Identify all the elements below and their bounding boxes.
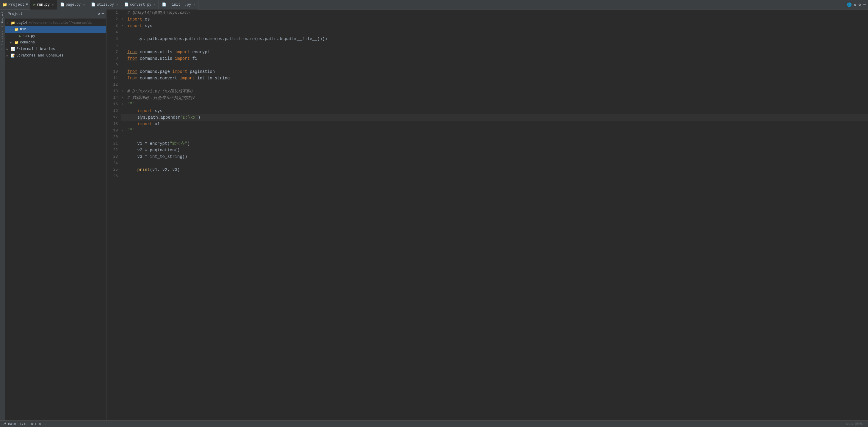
folder-icon-bin: 📁 [14,27,19,32]
line-num-3: 3 [106,23,121,29]
tree-item-external-libs[interactable]: ▶ 📊 External Libraries [5,46,106,52]
editor-tabs: ▶ run.py ✕ 📄 page.py ✕ 📄 utils.py ✕ 📄 co… [30,0,844,9]
tab-page-py[interactable]: 📄 page.py ✕ [57,0,88,9]
tree-arrow-commons: ▶ [10,41,14,44]
project-panel-header: Project ⚙ — [5,9,106,19]
code-line-3: 3 ▾ import sys [106,23,868,29]
code-line-22: 22 v2 = pagination() [106,147,868,154]
code-content-25: print(v1, v2, v3) [126,166,868,173]
project-folder-icon: 📁 [2,2,7,7]
tab-convert-py-icon: 📄 [124,2,129,7]
tab-page-py-close[interactable]: ✕ [83,3,85,6]
tab-convert-py-label: convert.py [130,3,151,7]
sidebar-icon-project[interactable]: 1: Project [0,11,5,29]
code-line-2: 2 ▾ import os [106,16,868,23]
tab-init-py-close[interactable]: ✕ [193,3,195,6]
tab-convert-py-close[interactable]: ✕ [154,3,156,6]
fold-2[interactable]: ▾ [121,16,126,23]
line-num-14: 14 [106,95,121,101]
tree-item-day14[interactable]: ▾ 📁 day14 ~/PycharmProjects/luffyCourse/… [5,20,106,26]
tab-utils-py[interactable]: 📄 utils.py ✕ [88,0,121,9]
tab-run-py-label: run.py [37,3,50,7]
project-menu[interactable]: 📁 Project ▼ [2,2,28,7]
tab-run-py-icon: ▶ [33,2,35,7]
code-content-7: from commons.utils import encrypt [126,49,868,55]
code-line-24: 24 [106,160,868,166]
swap-icon[interactable]: ⇅ [854,2,857,7]
code-line-10: 10 from commons.page import pagination [106,68,868,75]
line-num-25: 25 [106,166,121,173]
line-num-23: 23 [106,154,121,160]
tab-init-py-label: __init__.py [167,3,191,7]
minimize-icon[interactable]: — [863,2,866,7]
title-bar: 📁 Project ▼ ▶ run.py ✕ 📄 page.py ✕ 📄 uti… [0,0,868,9]
project-label: Project [8,2,25,7]
line-num-11: 11 [106,75,121,81]
panel-gear-icon[interactable]: ⚙ [98,11,100,16]
globe-icon[interactable]: 🌐 [847,2,851,7]
tree-label-day14: day14 [17,21,27,25]
project-panel: Project ⚙ — ▾ 📁 day14 ~/PycharmProjects/… [5,9,106,421]
code-content-22: v2 = pagination() [126,147,868,154]
fold-3[interactable]: ▾ [121,23,126,29]
tree-label-run-py: run.py [22,34,35,38]
tree-item-scratches[interactable]: ▶ 📝 Scratches and Consoles [5,52,106,59]
tree-arrow-day14: ▾ [6,22,10,25]
code-content-18: import x1 [126,121,868,127]
project-tree: ▾ 📁 day14 ~/PycharmProjects/luffyCourse/… [5,19,106,421]
fold-14[interactable]: ▾ [121,95,126,101]
code-line-13: 13 ▾ # D:/xx/x1.py (xx模块找不到) [106,88,868,95]
tree-label-bin: bin [20,27,27,32]
status-bar: ⎇ main 17:8 UTF-8 LF CSDN @新林白 [0,421,868,427]
code-content-23: v3 = int_to_string() [126,154,868,160]
tree-item-commons[interactable]: ▶ 📁 commons [5,39,106,46]
sidebar-icon-structure[interactable]: 2: Structure [0,32,5,50]
code-content-5: sys.path.append(os.path.dirname(os.path.… [126,36,868,42]
code-editor[interactable]: 1 # 将day14目录加入到sys.path 2 ▾ import os 3 … [106,9,868,421]
line-num-18: 18 [106,121,121,127]
line-num-9: 9 [106,62,121,68]
py-run-icon: ▶ [19,34,21,38]
code-content-8: from commons.utils import f1 [126,55,868,62]
fold-13[interactable]: ▾ [121,88,126,95]
code-line-21: 21 v1 = encrypt("武沛齐") [106,140,868,147]
fold-15[interactable]: ▾ [121,101,126,108]
tab-utils-py-close[interactable]: ✕ [116,3,118,6]
line-num-26: 26 [106,173,121,179]
line-num-21: 21 [106,140,121,147]
line-num-4: 4 [106,29,121,36]
fold-19[interactable]: ▾ [121,127,126,134]
code-content-13: # D:/xx/x1.py (xx模块找不到) [126,88,868,95]
tab-run-py-close[interactable]: ✕ [52,3,54,6]
code-line-19: 19 ▾ """ [106,127,868,134]
code-line-17: 17 sys.path.append(r"D:\xx") [106,114,868,121]
line-num-20: 20 [106,134,121,140]
line-num-8: 8 [106,55,121,62]
tab-run-py[interactable]: ▶ run.py ✕ [30,0,57,9]
tab-convert-py[interactable]: 📄 convert.py ✕ [121,0,159,9]
tree-item-run-py[interactable]: ▶ run.py [5,33,106,39]
code-content-21: v1 = encrypt("武沛齐") [126,140,868,147]
line-num-24: 24 [106,160,121,166]
tree-arrow-scratches: ▶ [6,54,10,57]
line-num-16: 16 [106,108,121,114]
code-content-17: sys.path.append(r"D:\xx") [126,114,868,121]
panel-close-icon[interactable]: — [102,11,104,16]
code-line-6: 6 [106,42,868,49]
code-content-2: import os [126,16,868,23]
tab-init-py[interactable]: 📄 __init__.py ✕ [159,0,198,9]
line-num-5: 5 [106,36,121,42]
line-num-13: 13 [106,88,121,95]
settings-icon[interactable]: ⚙ [859,2,861,7]
code-line-23: 23 v3 = int_to_string() [106,154,868,160]
tree-label-commons: commons [20,40,35,44]
code-content-24 [126,160,868,166]
code-line-18: 18 import x1 [106,121,868,127]
folder-icon-commons: 📁 [14,40,19,45]
status-position: 17:8 [20,422,27,426]
scratch-icon: 📝 [11,54,15,58]
line-num-12: 12 [106,81,121,88]
main-layout: 1: Project 2: Structure Project ⚙ — ▾ 📁 … [0,9,868,421]
tab-init-py-icon: 📄 [162,2,166,7]
tree-item-bin[interactable]: ▾ 📁 bin [5,26,106,33]
